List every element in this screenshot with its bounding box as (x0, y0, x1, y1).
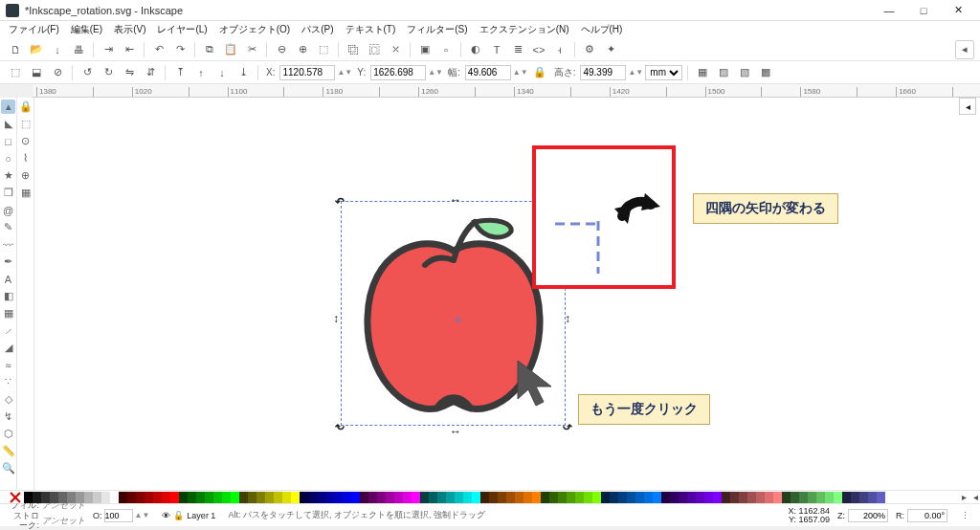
color-swatch[interactable] (403, 492, 412, 503)
color-swatch[interactable] (506, 492, 515, 503)
flip-h-icon[interactable]: ⇋ (120, 63, 139, 82)
color-swatch[interactable] (480, 492, 489, 503)
lower-icon[interactable]: ↓ (212, 63, 232, 82)
rotation-input[interactable] (907, 509, 947, 522)
spiral-tool-icon[interactable]: @ (1, 203, 15, 217)
node-tool-icon[interactable]: ◣ (1, 117, 15, 131)
layer-indicator[interactable]: 👁 🔓 Layer 1 (157, 509, 220, 522)
menu-text[interactable]: テキスト(T) (341, 22, 401, 37)
color-swatch[interactable] (231, 492, 239, 503)
command-bar-toggle-icon[interactable]: ◂ (959, 98, 976, 115)
color-swatch[interactable] (41, 492, 50, 503)
color-swatch[interactable] (368, 492, 377, 503)
skew-handle-bottom[interactable]: ↔ (450, 425, 459, 434)
fill-stroke-icon[interactable]: ◐ (466, 40, 485, 59)
color-swatch[interactable] (343, 492, 351, 503)
color-swatch[interactable] (213, 492, 222, 503)
select-all-icon[interactable]: ⬚ (6, 63, 25, 82)
color-swatch[interactable] (851, 492, 859, 503)
color-swatch[interactable] (549, 492, 558, 503)
color-swatch[interactable] (868, 492, 877, 503)
color-swatch[interactable] (325, 492, 334, 503)
color-swatch[interactable] (291, 492, 300, 503)
color-swatch[interactable] (265, 492, 274, 503)
minimize-button[interactable]: — (873, 1, 905, 20)
mesh-tool-icon[interactable]: ▦ (1, 306, 15, 320)
color-swatch[interactable] (394, 492, 403, 503)
color-swatch[interactable] (84, 492, 93, 503)
color-swatch[interactable] (825, 492, 834, 503)
snap-toggle-icon[interactable]: ◂ (955, 40, 974, 59)
color-swatch[interactable] (274, 492, 282, 503)
eraser-tool-icon[interactable]: ◇ (1, 392, 15, 407)
ellipse-tool-icon[interactable]: ○ (1, 151, 15, 166)
selector-tool-icon[interactable]: ▴ (1, 99, 15, 114)
color-swatch[interactable] (256, 492, 265, 503)
y-input[interactable] (370, 65, 426, 80)
color-swatch[interactable] (799, 492, 808, 503)
preferences-icon[interactable]: ⚙ (580, 40, 599, 59)
export-icon[interactable]: ⇤ (120, 40, 139, 59)
color-swatch[interactable] (713, 492, 722, 503)
group-icon[interactable]: ▣ (415, 40, 434, 59)
dropper-tool-icon[interactable]: ⟋ (1, 323, 15, 338)
zoom-fit-icon[interactable]: ⬚ (314, 40, 333, 59)
gradient-tool-icon[interactable]: ◧ (1, 289, 15, 303)
color-swatch[interactable] (670, 492, 679, 503)
color-swatch[interactable] (575, 492, 584, 503)
zoom-out-icon[interactable]: ⊖ (272, 40, 291, 59)
color-swatch[interactable] (239, 492, 248, 503)
color-swatch[interactable] (773, 492, 782, 503)
menu-help[interactable]: ヘルプ(H) (576, 22, 628, 37)
raise-icon[interactable]: ↑ (191, 63, 211, 82)
color-swatch[interactable] (808, 492, 816, 503)
menu-object[interactable]: オブジェクト(O) (214, 22, 295, 37)
color-swatch[interactable] (489, 492, 498, 503)
color-swatch[interactable] (679, 492, 687, 503)
color-swatch[interactable] (455, 492, 463, 503)
menu-edit[interactable]: 編集(E) (66, 22, 107, 37)
align-icon[interactable]: ⫞ (550, 40, 569, 59)
color-swatch[interactable] (248, 492, 256, 503)
calligraphy-tool-icon[interactable]: ✒ (1, 254, 15, 269)
color-swatch[interactable] (162, 492, 170, 503)
color-swatch[interactable] (420, 492, 429, 503)
layers-icon[interactable]: ≣ (508, 40, 527, 59)
color-swatch[interactable] (739, 492, 747, 503)
w-input[interactable] (465, 65, 511, 80)
import-icon[interactable]: ⇥ (99, 40, 118, 59)
color-swatch[interactable] (58, 492, 67, 503)
color-swatch[interactable] (532, 492, 541, 503)
color-swatch[interactable] (584, 492, 592, 503)
lpe-tool-icon[interactable]: ⬡ (1, 427, 15, 441)
color-swatch[interactable] (747, 492, 756, 503)
doc-props-icon[interactable]: ✦ (601, 40, 620, 59)
cut-icon[interactable]: ✂ (242, 40, 261, 59)
color-swatch[interactable] (50, 492, 58, 503)
palette-menu-icon[interactable]: ◂ (973, 492, 978, 502)
clone-icon[interactable]: ⿴ (365, 40, 384, 59)
save-icon[interactable]: ↓ (48, 40, 67, 59)
paste-icon[interactable]: 📋 (221, 40, 240, 59)
snap-bbox-icon[interactable]: ⬚ (18, 117, 33, 131)
menu-view[interactable]: 表示(V) (109, 22, 150, 37)
color-swatch[interactable] (179, 492, 188, 503)
snap-node-icon[interactable]: ⊙ (18, 134, 33, 148)
color-swatch[interactable] (110, 492, 119, 503)
color-swatch[interactable] (93, 492, 101, 503)
color-swatch[interactable] (765, 492, 773, 503)
unit-select[interactable]: mm (645, 65, 682, 80)
unlink-icon[interactable]: ⤫ (386, 40, 405, 59)
color-swatch[interactable] (127, 492, 136, 503)
color-swatch[interactable] (429, 492, 437, 503)
status-menu-icon[interactable]: ⋮ (955, 506, 974, 525)
color-swatch[interactable] (437, 492, 446, 503)
menu-filter[interactable]: フィルター(S) (402, 22, 472, 37)
color-swatch[interactable] (756, 492, 765, 503)
rotation-handle-bl[interactable]: ↶ (335, 423, 345, 432)
zoom-input[interactable] (848, 509, 888, 522)
color-swatch[interactable] (334, 492, 343, 503)
flip-v-icon[interactable]: ⇵ (141, 63, 160, 82)
color-swatch[interactable] (67, 492, 76, 503)
color-swatch[interactable] (541, 492, 549, 503)
